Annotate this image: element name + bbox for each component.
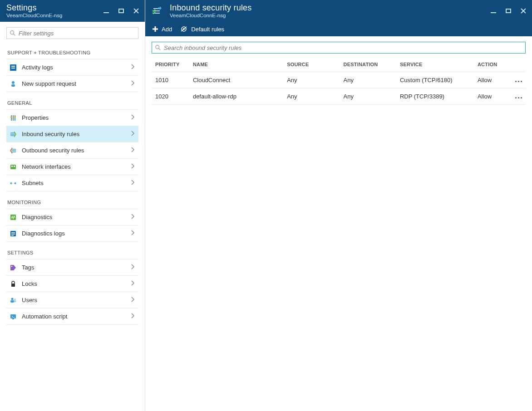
add-command[interactable]: Add xyxy=(152,25,172,33)
nav-locks[interactable]: Locks xyxy=(6,276,138,292)
nav-label: Users xyxy=(22,297,127,303)
close-button[interactable] xyxy=(133,8,139,14)
svg-rect-23 xyxy=(11,235,14,236)
svg-point-29 xyxy=(14,298,16,300)
svg-rect-26 xyxy=(11,284,15,287)
maximize-button[interactable] xyxy=(506,9,511,13)
svg-rect-18 xyxy=(14,166,15,167)
maximize-icon xyxy=(118,9,124,13)
nav-diagnostics-logs[interactable]: Diagnostics logs xyxy=(6,225,138,242)
section-general: GENERAL xyxy=(0,92,145,109)
svg-rect-14 xyxy=(12,118,14,119)
nav-subnets[interactable]: Subnets xyxy=(6,175,138,191)
svg-rect-17 xyxy=(11,166,13,167)
nav-tags[interactable]: Tags xyxy=(6,259,138,276)
chevron-right-icon xyxy=(131,147,135,154)
section-monitoring: MONITORING xyxy=(0,191,145,209)
svg-rect-6 xyxy=(11,66,15,67)
row-context-menu[interactable] xyxy=(511,81,522,82)
svg-rect-15 xyxy=(14,116,16,117)
filter-settings-box[interactable] xyxy=(6,27,138,39)
default-rules-icon xyxy=(180,25,188,33)
rules-table: PRIORITY NAME SOURCE DESTINATION SERVICE… xyxy=(152,57,526,105)
nav-network-interfaces[interactable]: Network interfaces xyxy=(6,159,138,175)
nav-users[interactable]: Users xyxy=(6,292,138,308)
cell-destination: Any xyxy=(340,88,396,105)
close-button[interactable] xyxy=(520,8,527,14)
svg-point-25 xyxy=(11,265,13,267)
search-icon xyxy=(155,44,161,51)
nav-label: Tags xyxy=(22,264,127,271)
svg-rect-28 xyxy=(10,300,14,303)
tags-icon xyxy=(9,264,17,271)
table-row[interactable]: 1010 CloudConnect Any Any Custom (TCP/61… xyxy=(152,72,526,88)
nav-inbound-rules[interactable]: Inbound security rules xyxy=(6,126,138,142)
settings-subtitle: VeeamCloudConnE-nsg xyxy=(6,13,103,18)
cell-name: CloudConnect xyxy=(189,72,283,88)
search-rules-box[interactable] xyxy=(152,42,526,54)
cell-source: Any xyxy=(283,88,340,105)
cell-destination: Any xyxy=(340,72,396,88)
command-bar: Add Default rules xyxy=(145,22,532,36)
nav-label: Properties xyxy=(22,114,127,121)
col-service[interactable]: SERVICE xyxy=(396,57,474,72)
cell-priority: 1020 xyxy=(152,88,189,105)
table-row[interactable]: 1020 default-allow-rdp Any Any RDP (TCP/… xyxy=(152,88,526,105)
chevron-right-icon xyxy=(131,264,135,271)
col-priority[interactable]: PRIORITY xyxy=(152,57,189,72)
minimize-button[interactable] xyxy=(490,8,497,14)
maximize-button[interactable] xyxy=(118,9,124,13)
col-source[interactable]: SOURCE xyxy=(283,57,340,72)
nav-outbound-rules[interactable]: Outbound security rules xyxy=(6,142,138,159)
col-destination[interactable]: DESTINATION xyxy=(340,57,396,72)
nav-new-support-request[interactable]: New support request xyxy=(6,76,138,92)
svg-rect-7 xyxy=(11,68,15,68)
lock-icon xyxy=(9,280,17,288)
minimize-button[interactable] xyxy=(103,8,109,14)
svg-rect-16 xyxy=(10,165,16,169)
chevron-right-icon xyxy=(131,214,135,220)
nav-properties[interactable]: Properties xyxy=(6,110,138,126)
chevron-right-icon xyxy=(131,313,135,320)
col-action[interactable]: ACTION xyxy=(474,57,507,72)
svg-rect-10 xyxy=(11,115,12,121)
svg-rect-22 xyxy=(11,234,15,235)
default-rules-command[interactable]: Default rules xyxy=(180,25,224,33)
chevron-right-icon xyxy=(131,180,135,186)
search-rules-input[interactable] xyxy=(164,44,522,51)
cell-service: Custom (TCP/6180) xyxy=(396,72,474,88)
nav-label: Locks xyxy=(22,280,127,287)
nav-label: Diagnostics logs xyxy=(22,230,127,237)
main-title: Inbound security rules xyxy=(170,4,490,13)
svg-line-47 xyxy=(159,49,161,50)
filter-settings-input[interactable] xyxy=(19,30,135,37)
properties-icon xyxy=(9,114,17,122)
section-support: SUPPORT + TROUBLESHOOTING xyxy=(0,42,145,59)
svg-point-8 xyxy=(12,81,15,84)
chevron-right-icon xyxy=(131,131,135,137)
svg-rect-30 xyxy=(14,300,16,302)
nav-activity-logs[interactable]: Activity logs xyxy=(6,59,138,76)
main-subtitle: VeeamCloudConnE-nsg xyxy=(170,13,490,18)
maximize-icon xyxy=(506,9,511,13)
col-name[interactable]: NAME xyxy=(189,57,283,72)
nav-label: Subnets xyxy=(22,180,127,186)
diagnostics-logs-icon xyxy=(9,230,17,237)
svg-rect-9 xyxy=(11,84,15,87)
chevron-right-icon xyxy=(131,230,135,237)
row-context-menu[interactable] xyxy=(511,97,522,98)
svg-rect-31 xyxy=(10,314,16,318)
section-settings: SETTINGS xyxy=(0,242,145,259)
nav-label: Activity logs xyxy=(22,64,127,71)
nav-automation-script[interactable]: Automation script xyxy=(6,308,138,325)
main-header: Inbound security rules VeeamCloudConnE-n… xyxy=(145,0,532,22)
chevron-right-icon xyxy=(131,80,135,87)
nav-label: Network interfaces xyxy=(22,163,127,170)
nav-diagnostics[interactable]: Diagnostics xyxy=(6,209,138,225)
settings-panel: Settings VeeamCloudConnE-nsg SU xyxy=(0,0,145,411)
svg-rect-32 xyxy=(12,318,14,319)
outbound-icon xyxy=(9,147,17,154)
support-icon xyxy=(9,80,17,88)
svg-rect-13 xyxy=(10,117,12,117)
svg-rect-12 xyxy=(15,115,15,121)
